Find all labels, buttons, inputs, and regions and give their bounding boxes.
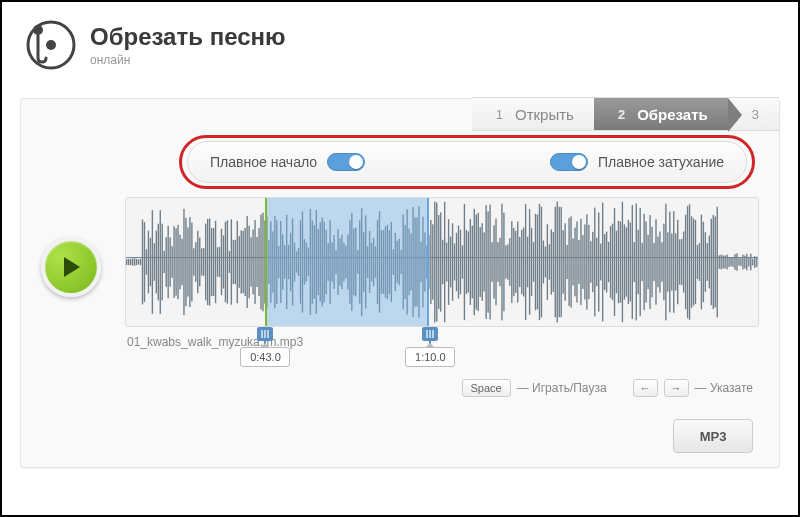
svg-rect-18 — [152, 210, 153, 314]
selection-region[interactable] — [265, 198, 429, 326]
step-cut[interactable]: 2Обрезать — [594, 97, 728, 131]
svg-rect-185 — [482, 223, 483, 301]
step-open[interactable]: 1Открыть — [472, 97, 594, 131]
svg-rect-311 — [730, 258, 731, 267]
format-button[interactable]: MP3 — [673, 419, 753, 453]
svg-rect-72 — [258, 228, 259, 296]
play-button[interactable] — [41, 237, 101, 297]
svg-rect-161 — [434, 202, 435, 323]
end-handle[interactable] — [422, 327, 438, 341]
svg-rect-11 — [138, 259, 139, 264]
space-key: Space — [462, 379, 511, 397]
svg-rect-315 — [738, 258, 739, 265]
svg-rect-232 — [574, 228, 575, 297]
svg-rect-180 — [472, 226, 473, 299]
svg-rect-172 — [456, 233, 457, 291]
svg-rect-300 — [709, 236, 710, 289]
svg-rect-271 — [651, 227, 652, 298]
svg-rect-15 — [146, 249, 147, 275]
waveform[interactable]: 0:43.0 — [125, 197, 759, 327]
svg-rect-188 — [487, 211, 488, 312]
svg-rect-225 — [561, 207, 562, 317]
svg-rect-305 — [719, 255, 720, 268]
svg-rect-324 — [756, 257, 757, 267]
svg-rect-9 — [134, 258, 135, 265]
svg-rect-212 — [535, 214, 536, 311]
svg-rect-170 — [452, 223, 453, 301]
svg-rect-252 — [614, 208, 615, 316]
svg-rect-25 — [166, 237, 167, 287]
svg-rect-191 — [493, 225, 494, 298]
svg-rect-186 — [483, 232, 484, 291]
start-handle[interactable] — [257, 327, 273, 341]
svg-rect-228 — [566, 245, 567, 279]
fade-in-toggle[interactable] — [327, 153, 365, 171]
svg-rect-28 — [171, 246, 172, 278]
fade-out-toggle[interactable] — [550, 153, 588, 171]
svg-rect-307 — [722, 255, 723, 268]
svg-rect-286 — [681, 239, 682, 285]
svg-rect-159 — [430, 220, 431, 304]
svg-rect-41 — [197, 231, 198, 294]
svg-rect-293 — [695, 220, 696, 304]
svg-rect-64 — [243, 231, 244, 293]
selection-start-marker[interactable]: 0:43.0 — [264, 327, 266, 347]
svg-rect-222 — [555, 207, 556, 317]
svg-rect-68 — [250, 237, 251, 286]
svg-rect-187 — [485, 205, 486, 319]
svg-rect-37 — [189, 217, 190, 307]
svg-rect-320 — [748, 257, 749, 266]
svg-rect-247 — [604, 234, 605, 290]
svg-rect-22 — [160, 210, 161, 314]
svg-rect-238 — [586, 214, 587, 309]
svg-rect-275 — [659, 231, 660, 292]
svg-rect-215 — [541, 207, 542, 318]
fade-in-label: Плавное начало — [210, 154, 317, 170]
svg-rect-14 — [144, 222, 145, 302]
svg-rect-255 — [620, 221, 621, 302]
svg-rect-265 — [640, 208, 641, 316]
svg-rect-273 — [655, 219, 656, 304]
svg-rect-297 — [703, 222, 704, 302]
svg-rect-70 — [254, 220, 255, 304]
svg-rect-249 — [608, 242, 609, 282]
svg-rect-165 — [442, 240, 443, 284]
svg-rect-319 — [746, 254, 747, 271]
svg-rect-47 — [209, 219, 210, 306]
svg-rect-59 — [233, 240, 234, 284]
svg-rect-283 — [675, 233, 676, 290]
svg-rect-322 — [752, 259, 753, 266]
svg-rect-167 — [446, 242, 447, 281]
svg-rect-46 — [207, 219, 208, 305]
svg-rect-268 — [645, 221, 646, 302]
svg-rect-169 — [450, 237, 451, 288]
svg-rect-241 — [592, 232, 593, 292]
selection-start-time: 0:43.0 — [240, 347, 290, 367]
svg-rect-56 — [227, 220, 228, 303]
svg-rect-5 — [126, 259, 127, 265]
svg-rect-248 — [606, 232, 607, 293]
selection-end-marker[interactable]: 1:10.0 — [429, 327, 431, 347]
svg-rect-280 — [669, 212, 670, 313]
svg-rect-7 — [130, 259, 131, 265]
playhead[interactable]: 0:43.0 — [265, 197, 267, 326]
svg-rect-202 — [515, 231, 516, 293]
fade-controls: Плавное начало Плавное затухание — [187, 141, 747, 183]
svg-rect-42 — [199, 238, 200, 287]
svg-rect-243 — [596, 238, 597, 287]
svg-rect-29 — [173, 226, 174, 298]
svg-rect-12 — [140, 259, 141, 265]
svg-rect-181 — [474, 209, 475, 315]
fade-out-label: Плавное затухание — [598, 154, 724, 170]
svg-rect-287 — [683, 231, 684, 292]
svg-rect-277 — [663, 224, 664, 301]
svg-rect-276 — [661, 242, 662, 282]
svg-rect-267 — [643, 214, 644, 310]
svg-rect-216 — [543, 241, 544, 284]
svg-rect-223 — [557, 202, 558, 323]
svg-rect-160 — [432, 224, 433, 299]
svg-rect-174 — [460, 230, 461, 294]
svg-rect-291 — [691, 216, 692, 308]
svg-rect-63 — [241, 230, 242, 293]
svg-rect-26 — [167, 226, 168, 299]
